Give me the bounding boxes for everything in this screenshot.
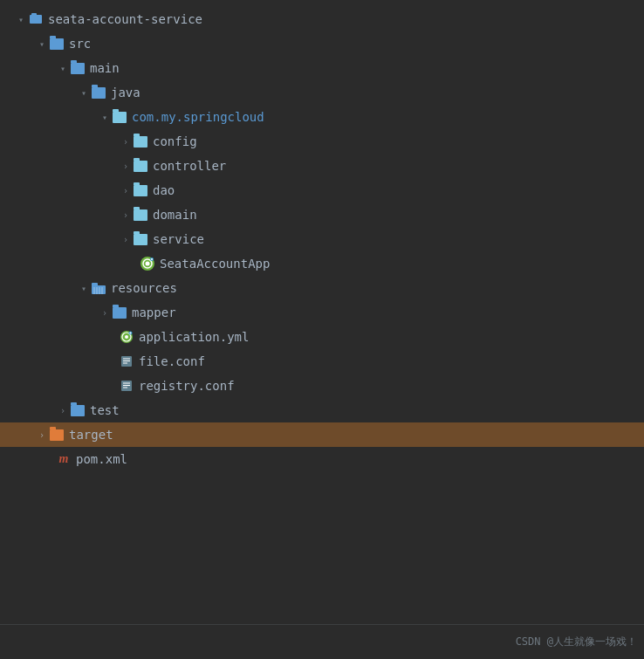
service-label: service	[153, 232, 204, 246]
chevron-java	[77, 88, 91, 98]
tree-item-application-yml[interactable]: application.yml	[0, 325, 644, 349]
folder-package-icon	[112, 109, 127, 125]
domain-label: domain	[153, 208, 197, 222]
resources-label: resources	[111, 281, 177, 295]
tree-item-registry-conf[interactable]: registry.conf	[0, 374, 644, 398]
chevron-target	[35, 430, 49, 440]
tree-item-package[interactable]: com.my.springcloud	[0, 105, 644, 129]
conf-file-icon-2	[119, 378, 134, 394]
tree-item-domain[interactable]: domain	[0, 203, 644, 227]
chevron-domain	[119, 210, 133, 220]
svg-rect-0	[30, 15, 42, 24]
file-tree: seata-account-service src main java	[0, 0, 644, 478]
file-conf-label: file.conf	[139, 354, 205, 368]
main-label: main	[90, 61, 120, 75]
tree-item-dao[interactable]: dao	[0, 178, 644, 203]
java-label: java	[111, 86, 140, 100]
tree-item-mapper[interactable]: mapper	[0, 300, 644, 325]
tree-item-src[interactable]: src	[0, 31, 644, 56]
svg-point-17	[130, 333, 132, 334]
folder-config-icon	[133, 134, 148, 149]
chevron-config	[119, 137, 133, 147]
test-label: test	[90, 403, 120, 417]
yml-file-icon	[119, 329, 134, 345]
tree-root[interactable]: seata-account-service	[0, 7, 644, 31]
controller-label: controller	[153, 159, 226, 173]
svg-point-6	[151, 258, 153, 260]
folder-mapper-icon	[112, 305, 127, 320]
folder-main-icon	[70, 60, 86, 76]
svg-rect-1	[31, 13, 37, 16]
tree-item-app[interactable]: SeataAccountApp	[0, 251, 644, 276]
tree-item-java[interactable]: java	[0, 80, 644, 105]
config-label: config	[153, 134, 197, 148]
folder-test-icon	[70, 402, 86, 418]
conf-file-icon-1	[119, 354, 134, 369]
chevron-test	[56, 406, 70, 415]
target-label: target	[69, 428, 113, 442]
status-bar: CSDN @人生就像一场戏！	[0, 624, 644, 659]
svg-point-4	[146, 262, 150, 266]
src-label: src	[69, 37, 91, 51]
registry-conf-label: registry.conf	[139, 379, 235, 393]
chevron-src	[35, 39, 49, 49]
tree-item-main[interactable]: main	[0, 56, 644, 80]
chevron-mapper	[98, 308, 112, 318]
chevron-package	[98, 113, 112, 122]
app-label: SeataAccountApp	[160, 257, 270, 271]
chevron-resources	[77, 284, 91, 293]
tree-item-controller[interactable]: controller	[0, 154, 644, 178]
svg-rect-7	[92, 285, 106, 294]
folder-dao-icon	[133, 182, 148, 198]
package-label: com.my.springcloud	[132, 110, 264, 124]
tree-item-file-conf[interactable]: file.conf	[0, 349, 644, 374]
folder-resources-icon	[91, 280, 106, 296]
pom-file-icon: m	[56, 451, 72, 467]
folder-controller-icon	[133, 158, 148, 174]
module-icon	[28, 11, 44, 27]
chevron-main	[56, 64, 70, 73]
chevron-service	[119, 235, 133, 244]
chevron-root	[14, 15, 28, 24]
svg-rect-8	[92, 283, 98, 286]
folder-java-icon	[91, 85, 106, 100]
mapper-label: mapper	[132, 305, 176, 319]
chevron-controller	[119, 161, 133, 171]
tree-item-resources[interactable]: resources	[0, 276, 644, 300]
chevron-dao	[119, 186, 133, 196]
folder-src-icon	[49, 36, 65, 51]
application-yml-label: application.yml	[139, 330, 249, 344]
tree-item-test[interactable]: test	[0, 398, 644, 422]
tree-item-pom[interactable]: m pom.xml	[0, 447, 644, 471]
svg-point-15	[125, 335, 128, 339]
folder-domain-icon	[133, 207, 148, 223]
tree-item-config[interactable]: config	[0, 129, 644, 154]
status-bar-text: CSDN @人生就像一场戏！	[516, 635, 637, 649]
dao-label: dao	[153, 183, 175, 197]
tree-item-service[interactable]: service	[0, 227, 644, 251]
pom-label: pom.xml	[76, 452, 127, 466]
springboot-app-icon	[140, 256, 155, 271]
tree-item-target[interactable]: target	[0, 422, 644, 447]
folder-target-icon	[49, 427, 65, 443]
folder-service-icon	[133, 231, 148, 247]
root-label: seata-account-service	[48, 12, 202, 26]
